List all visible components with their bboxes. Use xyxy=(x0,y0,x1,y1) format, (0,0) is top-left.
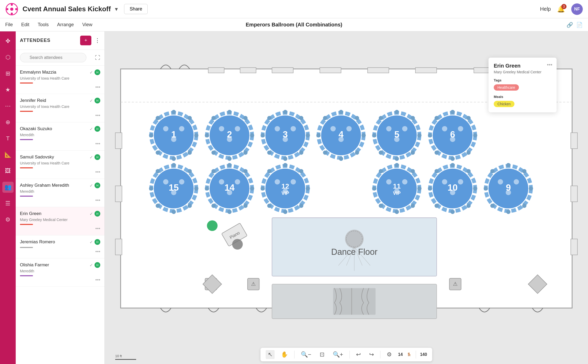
menu-arrange[interactable]: Arrange xyxy=(57,22,74,27)
zoom-out-button[interactable]: 🔍− xyxy=(299,350,313,359)
svg-point-86 xyxy=(372,133,376,137)
svg-point-206 xyxy=(207,220,218,231)
attendee-more-dots[interactable]: ••• xyxy=(20,277,100,283)
attendee-item[interactable]: Samuil Sadovsky ✓ H University of Iowa H… xyxy=(16,151,104,179)
zoom-in-button[interactable]: 🔍+ xyxy=(331,350,345,359)
canvas-area[interactable]: 1 2 xyxy=(105,31,588,364)
attendee-icons: ✓ H xyxy=(90,239,100,245)
notifications-button[interactable]: 🔔 3 xyxy=(557,5,565,13)
svg-point-68 xyxy=(362,133,366,137)
attendee-item[interactable]: Emmalynn Mazzia ✓ H University of Iowa H… xyxy=(16,66,104,94)
help-link[interactable]: Help xyxy=(540,6,551,12)
svg-point-160 xyxy=(402,179,407,184)
svg-point-170 xyxy=(451,210,455,214)
link-icon[interactable]: 🔗 xyxy=(567,22,573,28)
filter-icon[interactable]: ⛶ xyxy=(95,55,100,61)
menubar-right: 🔗 📄 xyxy=(567,22,583,28)
svg-point-110 xyxy=(194,186,198,191)
svg-point-141 xyxy=(267,204,271,208)
svg-point-40 xyxy=(250,133,254,137)
sidebar-icon-ruler[interactable]: 📐 xyxy=(2,149,14,160)
svg-point-5 xyxy=(10,8,13,11)
svg-text:⚠: ⚠ xyxy=(251,281,256,287)
attendee-more-dots[interactable]: ••• xyxy=(20,169,100,175)
attendee-item[interactable]: Olishia Farmer ✓ H Meredith ••• xyxy=(16,258,104,287)
attendee-name: Erin Green xyxy=(20,211,41,216)
add-attendee-button[interactable]: + xyxy=(80,36,91,45)
attendee-more-dots[interactable]: ••• xyxy=(20,141,100,147)
fit-view-button[interactable]: ⊡ xyxy=(318,350,326,359)
svg-point-138 xyxy=(306,186,310,191)
attendee-item[interactable]: Jennifer Reid ✓ H University of Iowa Hea… xyxy=(16,94,104,122)
attendee-badge: H xyxy=(95,154,100,160)
settings-icon[interactable]: ⚙ xyxy=(385,350,394,359)
top-bar: Cvent Annual Sales Kickoff ▾ Share Help … xyxy=(0,0,588,18)
topbar-right: Help 🔔 3 NF xyxy=(540,3,583,15)
svg-point-67 xyxy=(355,116,359,120)
attendee-more-dots[interactable]: ••• xyxy=(20,249,100,255)
svg-point-122 xyxy=(228,163,232,167)
svg-rect-9 xyxy=(272,68,293,73)
check-icon: ✓ xyxy=(90,263,93,268)
sidebar-icon-text[interactable]: T xyxy=(4,133,12,144)
attendee-org: University of Iowa Health Care xyxy=(20,104,100,109)
sidebar-icon-grid[interactable]: ⋯ xyxy=(3,101,13,112)
check-icon: ✓ xyxy=(90,98,93,103)
redo-button[interactable]: ↪ xyxy=(367,350,376,359)
menu-file[interactable]: File xyxy=(5,22,13,27)
attendee-item[interactable]: Erin Green ✓ H Mary Greeley Medical Cent… xyxy=(16,207,104,235)
svg-point-130 xyxy=(219,179,224,184)
sidebar-icon-list[interactable]: ☰ xyxy=(3,198,13,209)
search-input[interactable] xyxy=(20,53,86,62)
pdf-icon[interactable]: 📄 xyxy=(576,22,583,28)
sidebar-icon-image[interactable]: 🖼 xyxy=(3,166,13,177)
menu-tools[interactable]: Tools xyxy=(38,22,49,27)
pan-tool-button[interactable]: ✋ xyxy=(279,350,290,359)
sidebar-icon-person[interactable]: ⊕ xyxy=(3,117,12,128)
attendee-item[interactable]: Ashley Graham Meredith ✓ H Meredith ••• xyxy=(16,179,104,207)
sidebar-icon-gear[interactable]: ⚙ xyxy=(3,214,13,225)
popup-tag-healthcare[interactable]: Healthcare xyxy=(494,84,519,91)
svg-point-126 xyxy=(228,210,232,214)
menu-view[interactable]: View xyxy=(82,22,92,27)
attendee-badge: H xyxy=(95,126,100,132)
undo-button[interactable]: ↩ xyxy=(354,350,363,359)
select-tool-button[interactable]: ↖ xyxy=(266,350,275,359)
toolbar-divider xyxy=(294,351,295,359)
attendee-more-dots[interactable]: ••• xyxy=(20,226,100,231)
svg-point-88 xyxy=(386,126,391,131)
share-button[interactable]: Share xyxy=(124,4,148,14)
attendee-bar xyxy=(20,167,33,168)
svg-point-125 xyxy=(243,204,247,208)
sidebar-icon-star[interactable]: ★ xyxy=(3,84,13,95)
attendee-more-dots[interactable]: ••• xyxy=(20,85,100,90)
attendee-more-dots[interactable]: ••• xyxy=(20,113,100,118)
attendee-item[interactable]: Jeremias Romero ✓ H ••• xyxy=(16,235,104,258)
popup-tag-chicken[interactable]: Chicken xyxy=(494,101,514,107)
svg-point-39 xyxy=(243,116,247,120)
svg-point-183 xyxy=(522,204,526,208)
attendees-more-button[interactable]: ⋮ xyxy=(95,37,100,44)
attendee-more-dots[interactable]: ••• xyxy=(20,198,100,203)
svg-point-155 xyxy=(395,210,399,214)
popup-more-button[interactable]: ••• xyxy=(547,62,552,68)
title-dropdown-button[interactable]: ▾ xyxy=(115,6,118,13)
svg-point-169 xyxy=(467,204,471,208)
sidebar-icon-table[interactable]: ⊞ xyxy=(3,68,12,79)
user-avatar[interactable]: NF xyxy=(571,3,583,15)
attendee-bar xyxy=(20,247,33,248)
sidebar-icon-cursor[interactable]: ✤ xyxy=(3,36,12,47)
svg-point-173 xyxy=(435,169,439,173)
svg-point-114 xyxy=(149,186,153,191)
svg-text:9: 9 xyxy=(506,183,511,192)
menu-edit[interactable]: Edit xyxy=(21,22,29,27)
svg-point-151 xyxy=(395,163,399,167)
sidebar-icon-attendees[interactable]: 👥 xyxy=(2,182,14,193)
svg-point-52 xyxy=(283,110,287,114)
sidebar-icon-network[interactable]: ⬡ xyxy=(3,52,13,63)
svg-point-127 xyxy=(212,204,216,208)
svg-point-186 xyxy=(484,186,488,191)
svg-point-171 xyxy=(435,204,439,208)
attendee-org: Meredith xyxy=(20,269,100,273)
attendee-item[interactable]: Okazaki Suzuko ✓ H Meredith ••• xyxy=(16,122,104,151)
